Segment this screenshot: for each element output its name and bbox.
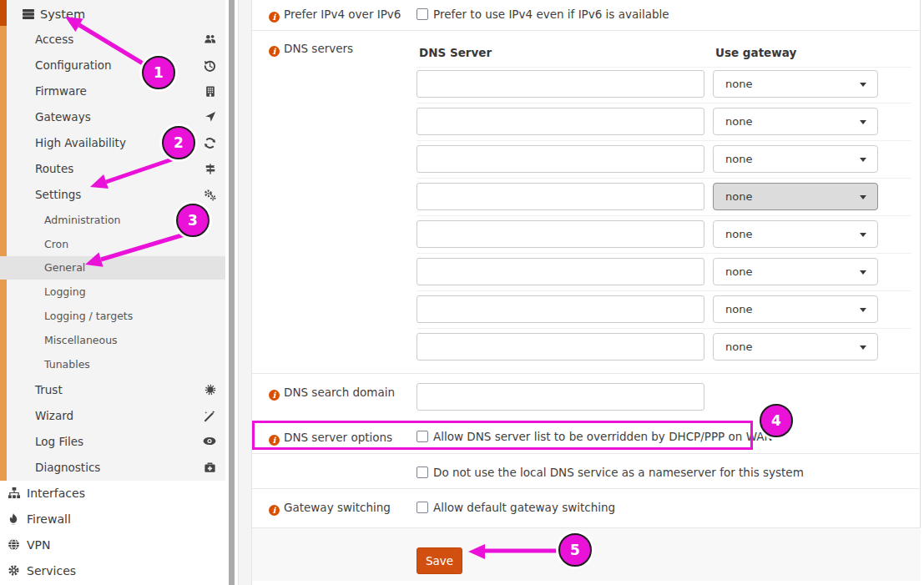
gear-icon <box>8 564 20 577</box>
dns-server-input[interactable] <box>417 70 704 98</box>
sidebar-item-label: Firewall <box>27 507 71 532</box>
sidebar-item-label: High Availability <box>35 130 126 155</box>
save-button[interactable]: Save <box>417 547 462 574</box>
field-label-dns-server-options: iDNS server options <box>269 431 392 446</box>
local-dns-checkbox[interactable] <box>417 466 428 478</box>
history-icon <box>204 59 216 72</box>
sidebar-item-firmware[interactable]: Firmware <box>0 78 225 103</box>
sidebar-item-label: Tunables <box>44 353 90 376</box>
sidebar-item-label: Wizard <box>35 403 73 428</box>
sidebar-item-label: Services <box>27 558 76 583</box>
use-gateway-select[interactable]: none <box>713 295 878 323</box>
use-gateway-select[interactable]: none <box>713 258 878 285</box>
sidebar-item-label: Gateways <box>35 104 91 129</box>
sidebar-item-settings[interactable]: Settings <box>0 182 225 207</box>
info-icon[interactable]: i <box>269 12 280 23</box>
sidebar-item-configuration[interactable]: Configuration <box>0 53 225 78</box>
dns-server-input[interactable] <box>417 183 704 210</box>
wand-icon <box>204 410 216 422</box>
use-gateway-select[interactable]: none <box>713 183 878 210</box>
sidebar-item-label: Administration <box>44 209 120 232</box>
field-label-prefer-ipv4: iPrefer IPv4 over IPv6 <box>269 8 401 23</box>
sidebar-item-services[interactable]: Services <box>0 558 225 583</box>
use-gateway-select[interactable]: none <box>713 220 878 248</box>
chevron-down-icon <box>860 83 866 87</box>
sidebar-item-routes[interactable]: Routes <box>0 156 225 181</box>
sidebar-item-system[interactable]: System <box>0 3 225 26</box>
chevron-down-icon <box>860 195 866 199</box>
checkbox-label: Allow DNS server list to be overridden b… <box>433 430 773 443</box>
gateway-switching-checkbox[interactable] <box>417 502 428 513</box>
use-gateway-select[interactable]: none <box>713 333 878 361</box>
sidebar-item-wizard[interactable]: Wizard <box>0 403 225 428</box>
dns-server-input[interactable] <box>417 333 704 361</box>
info-icon[interactable]: i <box>269 390 280 401</box>
sidebar-item-general[interactable]: General <box>0 256 225 280</box>
use-gateway-select[interactable]: none <box>713 108 878 135</box>
info-icon[interactable]: i <box>269 435 280 446</box>
dns-override-checkbox[interactable] <box>417 431 428 442</box>
chevron-down-icon <box>860 270 866 275</box>
info-icon[interactable]: i <box>269 46 280 57</box>
use-gateway-select[interactable]: none <box>713 145 878 173</box>
sidebar-item-logging[interactable]: Logging <box>0 280 225 304</box>
dns-server-row: none <box>252 220 921 248</box>
sidebar-item-trust[interactable]: Trust <box>0 377 225 402</box>
selected-gateway: none <box>725 115 752 128</box>
form-footer: Save <box>252 527 921 581</box>
eye-icon <box>203 436 216 446</box>
dns-server-input[interactable] <box>417 108 704 135</box>
chevron-down-icon <box>860 158 866 162</box>
dns-server-row: none <box>252 258 921 285</box>
label-text: Prefer IPv4 over IPv6 <box>284 8 401 21</box>
dns-server-input[interactable] <box>417 145 704 173</box>
dns-server-row: none <box>252 108 921 135</box>
sidebar-item-label: Firmware <box>35 78 87 103</box>
label-text: Gateway switching <box>284 501 391 514</box>
dns-server-input[interactable] <box>417 220 704 248</box>
column-header-use-gateway: Use gateway <box>715 46 796 59</box>
prefer-ipv4-checkbox[interactable] <box>417 8 428 20</box>
sidebar-item-interfaces[interactable]: Interfaces <box>0 481 225 506</box>
sidebar-item-label: Miscellaneous <box>44 329 118 352</box>
selected-gateway: none <box>725 265 752 278</box>
dns-server-row: none <box>252 145 921 173</box>
sidebar-item-cron[interactable]: Cron <box>0 233 225 256</box>
sidebar-item-label: VPN <box>27 532 51 557</box>
sidebar-item-high-availability[interactable]: High Availability <box>0 130 225 155</box>
location-arrow-icon <box>204 111 216 123</box>
sidebar-item-firewall[interactable]: Firewall <box>0 507 225 532</box>
chevron-down-icon <box>860 345 866 350</box>
sidebar-item-tunables[interactable]: Tunables <box>0 353 225 376</box>
sidebar-item-miscellaneous[interactable]: Miscellaneous <box>0 329 225 352</box>
field-label-dns-servers: iDNS servers <box>269 42 353 57</box>
server-icon <box>22 8 35 21</box>
sidebar-item-logging-targets[interactable]: Logging / targets <box>0 305 225 328</box>
firmware-icon <box>204 85 216 98</box>
opnsense-settings-page: System Access Configuration Firmware Gat… <box>0 0 924 585</box>
sidebar-item-log-files[interactable]: Log Files <box>0 429 225 454</box>
globe-icon <box>8 538 20 551</box>
sidebar-item-administration[interactable]: Administration <box>0 209 225 232</box>
sidebar-item-label: Settings <box>35 182 81 207</box>
table-separator <box>417 140 911 141</box>
sidebar-item-gateways[interactable]: Gateways <box>0 104 225 129</box>
fire-icon <box>8 512 19 526</box>
selected-gateway: none <box>725 153 752 165</box>
sidebar-item-vpn[interactable]: VPN <box>0 532 225 557</box>
row-divider <box>252 488 921 489</box>
info-icon[interactable]: i <box>269 505 280 516</box>
label-text: DNS search domain <box>284 386 395 399</box>
table-separator <box>417 253 911 254</box>
sidebar-scrollbar[interactable] <box>229 0 235 585</box>
sidebar-item-label: Configuration <box>35 53 112 78</box>
sidebar-item-label: Diagnostics <box>35 455 100 480</box>
sidebar-item-diagnostics[interactable]: Diagnostics <box>0 455 225 480</box>
dns-search-domain-input[interactable] <box>417 383 704 411</box>
dns-server-input[interactable] <box>417 295 704 323</box>
dns-server-input[interactable] <box>417 258 704 285</box>
use-gateway-select[interactable]: none <box>713 70 878 98</box>
sidebar-item-access[interactable]: Access <box>0 27 225 52</box>
selected-gateway: none <box>725 228 752 240</box>
dns-server-row: none <box>252 295 921 323</box>
